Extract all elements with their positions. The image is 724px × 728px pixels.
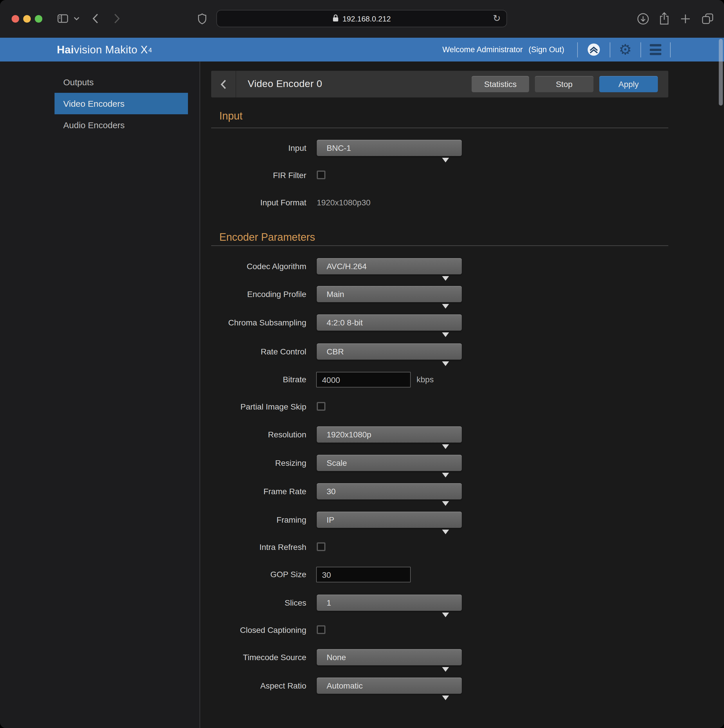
resizing-select[interactable]: Scale [317,455,462,471]
lock-icon [333,14,339,23]
zoom-window-button[interactable] [35,15,42,22]
brand-sup: 4 [148,46,152,53]
rate-control-select[interactable]: CBR [317,343,462,359]
gear-icon[interactable]: ⚙ [619,42,632,57]
field-label: Resizing [200,455,306,471]
fir-filter-checkbox[interactable] [317,171,326,179]
select-chevron-icon[interactable] [442,444,449,449]
select-chevron-icon[interactable] [442,158,449,162]
stop-button[interactable]: Stop [535,76,594,92]
select-chevron-icon[interactable] [442,304,449,309]
field-label: FIR Filter [200,171,306,180]
field-label: Codec Algorithm [200,258,306,274]
haivision-mark-icon[interactable] [587,43,600,56]
divider [640,42,641,57]
select-chevron-icon[interactable] [442,361,449,366]
tab-overview-icon[interactable] [701,13,714,25]
timecode-source-select[interactable]: None [317,649,462,665]
brand-rest: vision Makito X [74,43,148,56]
field-frame-rate: Frame Rate 30 [200,483,668,508]
browser-chrome: 192.168.0.212 ↻ [0,0,724,38]
refresh-icon[interactable]: ↻ [493,13,501,24]
field-label: Chroma Subsampling [200,314,306,330]
field-label: Partial Image Skip [200,402,306,411]
field-timecode-source: Timecode Source None [200,649,668,673]
address-bar[interactable]: 192.168.0.212 ↻ [216,10,507,27]
select-value: 1920x1080p [327,430,371,439]
sidebar-toggle-icon[interactable] [57,14,69,23]
sidebar-item-audio-encoders[interactable]: Audio Encoders [55,114,188,136]
aspect-ratio-select[interactable]: Automatic [317,678,462,694]
input-format-value: 1920x1080p30 [317,198,370,207]
section-heading-input: Input [219,110,242,122]
select-value: Automatic [327,681,363,690]
minimize-window-button[interactable] [23,15,31,22]
slices-select[interactable]: 1 [317,595,462,611]
field-rate-control: Rate Control CBR [200,343,668,368]
select-chevron-icon[interactable] [442,613,449,617]
select-value: AVC/H.264 [327,262,367,271]
field-label: Timecode Source [200,649,306,665]
forward-icon[interactable] [114,13,120,24]
share-icon[interactable] [659,12,669,25]
back-icon[interactable] [92,13,99,24]
field-label: Input Format [200,198,306,207]
select-chevron-icon[interactable] [442,473,449,477]
field-codec-algorithm: Codec Algorithm AVC/H.264 [200,258,668,283]
select-value: 30 [327,487,335,496]
field-closed-captioning: Closed Captioning [200,626,668,650]
field-input: Input BNC-1 [200,140,668,164]
select-value: IP [327,515,334,525]
select-chevron-icon[interactable] [442,667,449,672]
select-chevron-icon[interactable] [442,696,449,700]
field-bitrate: Bitrate kbps [200,372,668,396]
new-tab-icon[interactable] [681,14,690,24]
welcome-text: Welcome Administrator [442,45,523,54]
chroma-subsampling-select[interactable]: 4:2:0 8-bit [317,314,462,330]
gop-size-input[interactable] [316,567,411,583]
field-label: Frame Rate [200,483,306,499]
select-value: CBR [327,347,344,356]
codec-algorithm-select[interactable]: AVC/H.264 [317,258,462,274]
input-select[interactable]: BNC-1 [317,140,462,156]
field-encoding-profile: Encoding Profile Main [200,286,668,310]
partial-image-skip-checkbox[interactable] [317,402,326,411]
panel-header: Video Encoder 0 Statistics Stop Apply [211,71,668,98]
close-window-button[interactable] [12,15,19,22]
downloads-icon[interactable] [637,13,649,25]
closed-captioning-checkbox[interactable] [317,626,326,634]
chevron-down-icon[interactable] [73,17,80,21]
sidebar-item-outputs[interactable]: Outputs [55,71,188,93]
select-chevron-icon[interactable] [442,332,449,337]
field-resizing: Resizing Scale [200,455,668,479]
divider [670,42,670,57]
privacy-shield-icon[interactable] [198,13,207,24]
intra-refresh-checkbox[interactable] [317,542,326,551]
frame-rate-select[interactable]: 30 [317,483,462,499]
encoding-profile-select[interactable]: Main [317,286,462,302]
scrollbar-thumb[interactable] [719,39,723,106]
section-divider [211,128,668,128]
select-chevron-icon[interactable] [442,530,449,534]
field-slices: Slices 1 [200,595,668,619]
sign-out-link[interactable]: (Sign Out) [528,45,564,54]
back-button[interactable] [211,71,236,98]
resolution-select[interactable]: 1920x1080p [317,426,462,443]
menu-icon[interactable] [650,44,661,55]
field-resolution: Resolution 1920x1080p [200,426,668,451]
field-label: Rate Control [200,343,306,359]
sidebar-item-video-encoders[interactable]: Video Encoders [55,93,188,114]
field-input-format: Input Format 1920x1080p30 [200,198,668,222]
framing-select[interactable]: IP [317,512,462,528]
select-chevron-icon[interactable] [442,276,449,281]
statistics-button[interactable]: Statistics [471,76,529,92]
field-label: Slices [200,595,306,611]
apply-button[interactable]: Apply [599,76,658,92]
url-text: 192.168.0.212 [343,14,391,23]
field-label: Resolution [200,426,306,443]
divider [609,42,610,57]
sidebar: Outputs Video Encoders Audio Encoders [0,61,200,728]
bitrate-input[interactable] [316,372,411,387]
field-label: GOP Size [200,567,306,583]
select-chevron-icon[interactable] [442,501,449,506]
